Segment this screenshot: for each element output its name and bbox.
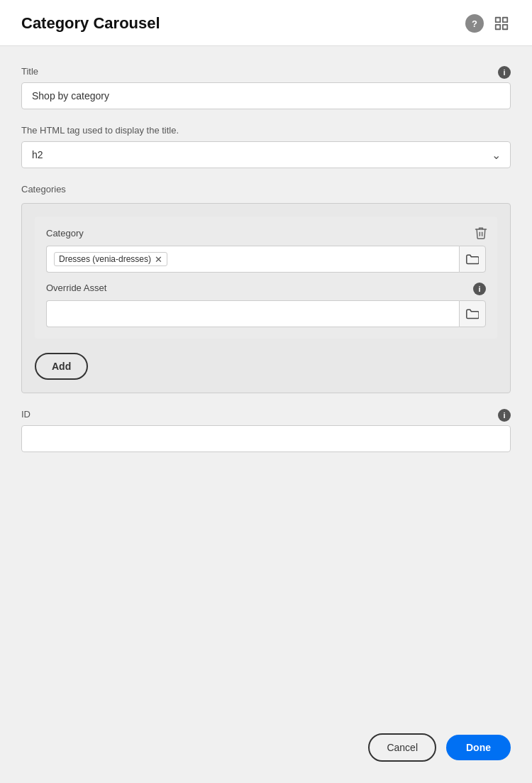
override-asset-section: i Override Asset [46,283,486,327]
id-info-icon[interactable]: i [498,409,511,422]
category-field-label: Category [46,228,486,239]
html-tag-description: The HTML tag used to display the title. [21,125,511,136]
id-field-group: i ID [21,409,511,452]
done-button[interactable]: Done [446,735,511,760]
category-folder-button[interactable] [459,246,486,273]
page-title: Category Carousel [21,14,160,33]
html-tag-field-group: The HTML tag used to display the title. … [21,125,511,168]
add-category-button[interactable]: Add [35,353,88,380]
override-input-row [46,300,486,327]
svg-rect-2 [503,25,507,29]
page-container: Category Carousel ? i Title The HTML tag… [0,0,532,783]
footer-buttons: Cancel Done [368,733,511,762]
header-icons: ? [465,14,511,33]
content-area: i Title The HTML tag used to display the… [0,46,532,473]
override-asset-label: Override Asset [46,283,486,293]
svg-rect-1 [503,18,507,22]
html-tag-select-wrapper: h1 h2 h3 h4 h5 h6 p span ⌄ [21,141,511,168]
category-tag-input[interactable]: Dresses (venia-dresses) ✕ [46,246,459,273]
override-folder-button[interactable] [459,300,486,327]
id-label: ID [21,409,511,420]
category-tag-text: Dresses (venia-dresses) [59,254,151,264]
delete-category-button[interactable] [473,225,489,241]
id-input[interactable] [21,425,511,452]
html-tag-select[interactable]: h1 h2 h3 h4 h5 h6 p span [21,141,511,168]
title-field-group: i Title [21,66,511,109]
category-input-row: Dresses (venia-dresses) ✕ [46,246,486,273]
svg-rect-0 [496,18,500,22]
title-input[interactable] [21,82,511,109]
category-tag-close[interactable]: ✕ [155,255,162,264]
categories-label: Categories [21,184,511,195]
header: Category Carousel ? [0,0,532,46]
expand-icon[interactable] [492,14,511,33]
title-info-icon[interactable]: i [498,66,511,79]
svg-rect-3 [496,25,500,29]
category-tag: Dresses (venia-dresses) ✕ [54,252,167,266]
override-info-icon[interactable]: i [473,283,486,295]
override-asset-input[interactable] [46,300,459,327]
categories-field-group: Categories Categor [21,184,511,393]
category-item: Category Dresses (venia-dresses) ✕ [35,217,497,339]
cancel-button[interactable]: Cancel [368,733,436,762]
categories-container: Category Dresses (venia-dresses) ✕ [21,203,511,393]
title-label: Title [21,66,511,77]
help-icon[interactable]: ? [465,14,484,33]
